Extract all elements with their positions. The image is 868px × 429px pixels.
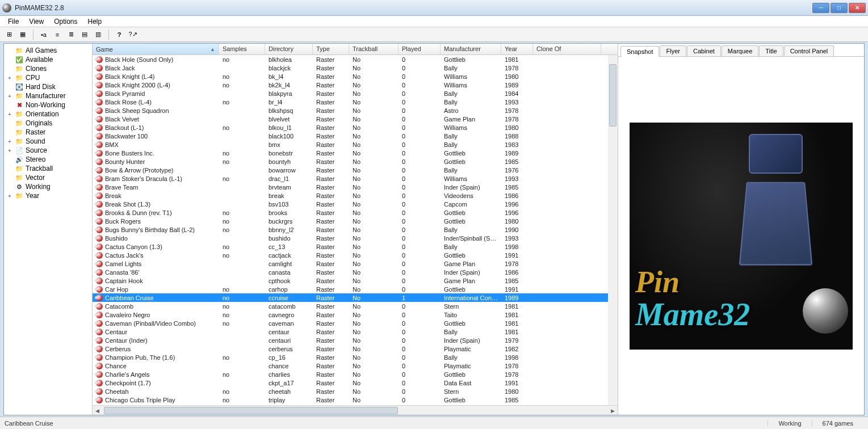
toolbar-help-button[interactable]: ? xyxy=(114,29,125,40)
titlebar: PinMAME32 2.8 ─ □ ✕ xyxy=(0,0,868,16)
table-row[interactable]: Checkpoint (1.7)ckpt_a17RasterNo0Data Ea… xyxy=(93,378,618,387)
tree-item[interactable]: +📁Year xyxy=(5,191,91,200)
table-row[interactable]: Cactus Jack'snocactjackRasterNo0Gottlieb… xyxy=(93,251,618,259)
toolbar-whatsthis-button[interactable]: ?↗ xyxy=(127,29,139,40)
logo-pin-text: Pin xyxy=(635,268,750,296)
tree-item[interactable]: 📁All Games xyxy=(5,46,91,55)
rom-icon xyxy=(96,90,103,97)
table-row[interactable]: CentaurcentaurRasterNo0Bally1981 xyxy=(93,327,618,336)
col-cloneof[interactable]: Clone Of xyxy=(533,44,601,54)
rom-icon xyxy=(96,320,103,327)
toolbar-button-5[interactable]: ≣ xyxy=(65,29,77,40)
table-row[interactable]: Black Rose (L-4)nobr_l4RasterNo0Bally199… xyxy=(93,98,618,106)
tree-item[interactable]: 💽Hard Disk xyxy=(5,82,91,91)
toolbar-button-6[interactable]: ▤ xyxy=(79,29,90,40)
table-row[interactable]: CerberuscerberusRasterNo0Playmatic1982 xyxy=(93,344,618,353)
main-area: 📁All Games✅Available📁Clones+📁CPU💽Hard Di… xyxy=(3,43,865,415)
tree-item[interactable]: ✖Non-Working xyxy=(5,100,91,110)
menu-help[interactable]: Help xyxy=(83,16,107,27)
table-row[interactable]: Chicago Cubs Triple PlaynotriplayRasterN… xyxy=(93,396,618,404)
tree-item[interactable]: +📁Manufacturer xyxy=(5,91,91,100)
table-row[interactable]: Bounty HunternobountyhRasterNo0Gottlieb1… xyxy=(93,157,618,166)
table-row[interactable]: Centaur (Inder)centauriRasterNo0Inder (S… xyxy=(93,336,618,344)
game-list[interactable]: Black Hole (Sound Only)noblkholeaRasterN… xyxy=(93,55,618,405)
table-row[interactable]: Charlie's AngelsnocharliesRasterNo0Gottl… xyxy=(93,370,618,378)
col-year[interactable]: Year xyxy=(501,44,533,54)
col-trackball[interactable]: Trackball xyxy=(349,44,399,54)
tree-item-label: Working xyxy=(26,183,51,191)
toolbar-button-2[interactable]: ▦ xyxy=(17,29,28,40)
menu-view[interactable]: View xyxy=(24,16,48,27)
table-row[interactable]: Bugs Bunny's Birthday Ball (L-2)nobbnny_… xyxy=(93,225,618,234)
col-samples[interactable]: Samples xyxy=(219,44,265,54)
tree-item[interactable]: ⚙Working xyxy=(5,182,91,191)
col-manufacturer[interactable]: Manufacturer xyxy=(441,44,501,54)
menu-options[interactable]: Options xyxy=(49,16,82,27)
table-row[interactable]: Bram Stoker's Dracula (L-1)nodrac_l1Rast… xyxy=(93,174,618,183)
toolbar-button-1[interactable]: ⊞ xyxy=(3,29,15,40)
table-row[interactable]: Break Shot (1.3)bsv103RasterNo0Capcom199… xyxy=(93,200,618,208)
toolbar-button-7[interactable]: ▥ xyxy=(93,29,104,40)
table-row[interactable]: Champion Pub, The (1.6)nocp_16RasterNo0B… xyxy=(93,353,618,361)
category-tree[interactable]: 📁All Games✅Available📁Clones+📁CPU💽Hard Di… xyxy=(4,44,93,415)
table-row[interactable]: Black Hole (Sound Only)noblkholeaRasterN… xyxy=(93,55,618,64)
table-row[interactable]: CheetahnocheetahRasterNo0Stern1980 xyxy=(93,387,618,396)
maximize-button[interactable]: □ xyxy=(831,3,848,13)
minimize-button[interactable]: ─ xyxy=(812,3,829,13)
tab-flyer[interactable]: Flyer xyxy=(660,45,686,56)
table-row[interactable]: CatacombnocatacombRasterNo0Stern1981 xyxy=(93,302,618,310)
table-row[interactable]: Brooks & Dunn (rev. T1)nobrooksRasterNo0… xyxy=(93,208,618,217)
table-row[interactable]: Blackout (L-1)noblkou_l1RasterNo0William… xyxy=(93,123,618,132)
table-row[interactable]: Bone Busters Inc.nobonebstrRasterNo0Gott… xyxy=(93,149,618,157)
table-row[interactable]: Cavaleiro NegronocavnegroRasterNo0Taito1… xyxy=(93,310,618,319)
table-row[interactable]: Captain HookcpthookRasterNo0Game Plan198… xyxy=(93,276,618,285)
table-row[interactable]: Canasta '86'canastaRasterNo0Inder (Spain… xyxy=(93,268,618,276)
rom-icon xyxy=(96,295,103,301)
table-row[interactable]: Caveman (Pinball/Video Combo)nocavemanRa… xyxy=(93,319,618,327)
table-row[interactable]: Cactus Canyon (1.3)nocc_13RasterNo0Bally… xyxy=(93,242,618,251)
tree-item[interactable]: 🔊Stereo xyxy=(5,155,91,164)
table-row[interactable]: BushidobushidoRasterNo0Inder/Spinball (S… xyxy=(93,234,618,242)
tree-item[interactable]: 📁Trackball xyxy=(5,164,91,173)
menu-file[interactable]: File xyxy=(3,16,23,27)
table-row[interactable]: Black PyramidblakpyraRasterNo0Bally1984 xyxy=(93,89,618,98)
table-row[interactable]: Brave TeambrvteamRasterNo0Inder (Spain)1… xyxy=(93,183,618,191)
table-row[interactable]: BreakbreakRasterNo0Videodens1986 xyxy=(93,191,618,200)
tree-item[interactable]: +📁CPU xyxy=(5,73,91,82)
col-directory[interactable]: Directory xyxy=(265,44,313,54)
table-row[interactable]: Black Sheep SquadronblkshpsqRasterNo0Ast… xyxy=(93,106,618,115)
tree-item[interactable]: 📁Vector xyxy=(5,173,91,182)
col-game[interactable]: Game▲ xyxy=(93,44,219,54)
table-row[interactable]: Bow & Arrow (Prototype)bowarrowRasterNo0… xyxy=(93,166,618,174)
col-played[interactable]: Played xyxy=(399,44,441,54)
table-row[interactable]: Blackwater 100black100RasterNo0Bally1988 xyxy=(93,132,618,140)
tab-controlpanel[interactable]: Control Panel xyxy=(784,45,835,56)
tab-title[interactable]: Title xyxy=(759,45,783,56)
tree-item[interactable]: ✅Available xyxy=(5,55,91,64)
table-row[interactable]: Black Knight (L-4)nobk_l4RasterNo0Willia… xyxy=(93,72,618,81)
tree-item[interactable]: 📁Originals xyxy=(5,119,91,128)
toolbar-button-3[interactable]: •a xyxy=(38,29,49,40)
table-row[interactable]: Caribbean CruisenoccruiseRasterNo1Intern… xyxy=(93,293,618,302)
tab-snapshot[interactable]: Snapshot xyxy=(620,46,659,57)
table-row[interactable]: Car HopnocarhopRasterNo0Gottlieb1991 xyxy=(93,285,618,293)
table-row[interactable]: Black Knight 2000 (L-4)nobk2k_l4RasterNo… xyxy=(93,81,618,89)
tree-item[interactable]: +📄Source xyxy=(5,146,91,155)
tree-item[interactable]: 📁Clones xyxy=(5,64,91,73)
toolbar-button-4[interactable]: ≡ xyxy=(52,29,63,40)
table-row[interactable]: BMXbmxRasterNo0Bally1983 xyxy=(93,140,618,149)
tree-item[interactable]: +📁Sound xyxy=(5,137,91,146)
tab-cabinet[interactable]: Cabinet xyxy=(687,45,721,56)
table-row[interactable]: ChancechanceRasterNo0Playmatic1978 xyxy=(93,361,618,370)
vertical-scrollbar[interactable] xyxy=(608,55,618,405)
table-row[interactable]: Black JackblackjckRasterNo0Bally1978 xyxy=(93,64,618,72)
tab-marquee[interactable]: Marquee xyxy=(722,45,758,56)
horizontal-scrollbar[interactable]: ◀▶ xyxy=(93,405,618,415)
table-row[interactable]: Buck RogersnobuckrgrsRasterNo0Gottlieb19… xyxy=(93,217,618,225)
col-type[interactable]: Type xyxy=(313,44,349,54)
table-row[interactable]: Camel LightscamlightRasterNo0Game Plan19… xyxy=(93,259,618,268)
table-row[interactable]: Black VelvetblvelvetRasterNo0Game Plan19… xyxy=(93,115,618,123)
tree-item[interactable]: +📁Orientation xyxy=(5,110,91,119)
tree-item[interactable]: 📁Raster xyxy=(5,128,91,137)
close-button[interactable]: ✕ xyxy=(849,3,866,13)
